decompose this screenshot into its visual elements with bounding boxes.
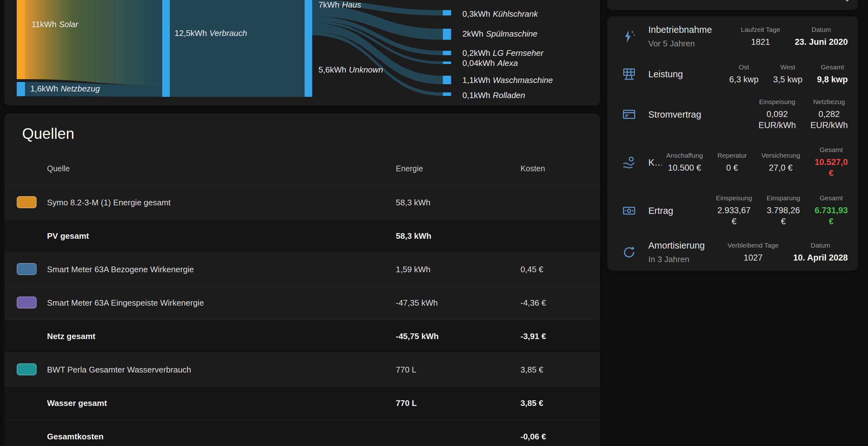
sankey-node-haus[interactable] [305, 0, 312, 54]
row-title: Leistung [648, 69, 725, 79]
flash-sparkle-icon [622, 29, 636, 44]
row-title: Stromvertrag [648, 109, 754, 120]
cost-value: 0,45 € [521, 265, 543, 274]
energy-value: 1,59 kWh [396, 265, 431, 274]
table-row: Smart Meter 63A Bezogene Wirkenergie 1,5… [4, 252, 600, 286]
info-row-inbetriebnahme: Inbetriebnahme Vor 5 Jahren Laufzeit Tag… [607, 16, 858, 57]
stat-column: Einspeisung 2.933,67 € [716, 194, 752, 227]
row-title: Inbetriebnahme [648, 25, 736, 35]
cost-value: -0,06 € [521, 432, 546, 442]
flow-solar-verbrauch [25, 0, 162, 85]
table-row: Smart Meter 63A Eingespeiste Wirkenergie… [4, 286, 600, 319]
stat-column: Gesamt 9,8 kwp [817, 63, 848, 85]
table-row: Symo 8.2-3-M (1) Energie gesamt 58,3 kWh [4, 185, 600, 219]
info-row-amortisierung: Amortisierung In 3 Jahren Verbleibend Ta… [607, 234, 858, 271]
chevron-down-icon[interactable] [843, 0, 851, 4]
row-title: Amortisierung [648, 240, 723, 251]
source-color-swatch [17, 363, 37, 375]
stat-column: Reperatur 0 € [717, 152, 747, 173]
source-name: Wasser gesamt [47, 399, 107, 408]
col-header-energie: Energie [396, 164, 423, 173]
source-name: Netz gesamt [47, 332, 95, 341]
stat-column: Einsparung 3.798,26 € [767, 194, 800, 227]
refresh-arrow-icon [622, 245, 636, 260]
energy-dashboard: 11kWhSolar 1,6kWhNetzbezug 12,5kWhVerbra… [0, 0, 868, 446]
source-name: Gesamtkosten [47, 432, 103, 442]
stat-column: Anschaffung 10.500 € [666, 152, 703, 173]
sankey-chart [4, 0, 600, 106]
stat-column-total: Gesamt 10.527,0 € [815, 146, 848, 179]
col-header-quelle: Quelle [47, 164, 70, 173]
source-name: PV gesamt [47, 231, 89, 241]
info-row-kosten: Kost… Anschaffung 10.500 € Reperatur 0 €… [607, 138, 858, 187]
sankey-node-netzbezug[interactable] [17, 82, 25, 96]
sankey-node-fernseher[interactable] [443, 51, 451, 55]
source-name: Smart Meter 63A Bezogene Wirkenergie [47, 265, 194, 274]
source-name: Smart Meter 63A Eingespeiste Wirkenergie [47, 298, 204, 308]
energy-value: -47,35 kWh [396, 298, 438, 308]
row-title: Kost… [648, 158, 662, 168]
energy-value: 770 L [396, 399, 417, 408]
sankey-node-rolladen[interactable] [443, 93, 451, 96]
stat-column-total: Gesamt 6.731,93 € [815, 194, 848, 227]
energy-value: 58,3 kWh [396, 231, 432, 241]
table-row-total: Wasser gesamt 770 L 3,85 € [4, 386, 600, 419]
stat-column: Verbleibend Tage 1027 [727, 242, 779, 263]
source-color-swatch [17, 196, 37, 208]
source-name: Symo 8.2-3-M (1) Energie gesamt [47, 198, 171, 208]
sankey-node-spuelmaschine[interactable] [443, 29, 451, 40]
sources-card: Quellen Quelle Energie Kosten Symo 8.2-3… [4, 113, 600, 446]
stat-column: Datum 23. Juni 2020 [795, 26, 848, 47]
info-row-stromvertrag: Stromvertrag Einspeisung 0,092 EUR/kWh N… [607, 92, 858, 138]
row-subtitle: Vor 5 Jahren [648, 39, 736, 48]
sankey-node-alexa[interactable] [443, 62, 451, 64]
energy-sankey-card: 11kWhSolar 1,6kWhNetzbezug 12,5kWhVerbra… [4, 0, 600, 106]
sankey-node-verbrauch[interactable] [162, 0, 170, 97]
row-subtitle: In 3 Jahren [648, 254, 723, 264]
cost-value: -3,91 € [521, 332, 546, 341]
stat-column: Versicherung 27,0 € [761, 152, 800, 173]
collapsed-card-bottom [607, 0, 858, 10]
solar-panel-icon [622, 67, 636, 81]
source-color-swatch [17, 297, 37, 308]
row-title: Ertrag [648, 206, 711, 216]
cash-icon [622, 203, 636, 218]
stat-column: Netzbezug 0,282 EUR/kWh [810, 98, 848, 131]
stat-column: Ost 6,3 kwp [729, 63, 758, 85]
sources-table-body: Symo 8.2-3-M (1) Energie gesamt 58,3 kWh… [4, 185, 600, 446]
stat-column: Einspeisung 0,092 EUR/kWh [758, 98, 796, 131]
table-row-total: PV gesamt 58,3 kWh [4, 219, 600, 252]
cost-value: -4,36 € [521, 298, 546, 308]
energy-value: 58,3 kWh [396, 198, 431, 208]
col-header-kosten: Kosten [521, 164, 545, 173]
energy-value: -45,75 kWh [396, 332, 439, 341]
info-row-leistung: Leistung Ost 6,3 kwp West 3,5 kwp Gesamt… [607, 57, 858, 92]
sankey-node-waschmaschine[interactable] [443, 76, 451, 84]
source-name: BWT Perla Gesamter Wasserverbrauch [47, 365, 191, 375]
table-row-total: Gesamtkosten -0,06 € [4, 419, 600, 446]
pv-info-card: Inbetriebnahme Vor 5 Jahren Laufzeit Tag… [607, 16, 858, 271]
stat-column: Laufzeit Tage 1821 [741, 26, 780, 47]
stat-column: Datum 10. April 2028 [793, 242, 848, 263]
sankey-node-kuehlschrank[interactable] [443, 10, 451, 15]
stat-column: West 3,5 kwp [773, 63, 802, 85]
contract-card-icon [622, 107, 636, 122]
sankey-node-unknown[interactable] [305, 54, 312, 97]
cost-value: 3,85 € [521, 365, 543, 375]
sankey-node-solar[interactable] [17, 0, 25, 79]
flow-verbrauch-haus-unknown [170, 0, 305, 97]
energy-value: 770 L [396, 365, 416, 375]
source-color-swatch [17, 263, 37, 275]
sources-title: Quellen [22, 125, 74, 142]
cost-value: 3,85 € [521, 399, 543, 408]
hand-coin-icon [622, 155, 636, 170]
info-row-ertrag: Ertrag Einspeisung 2.933,67 € Einsparung… [607, 187, 858, 234]
table-row-total: Netz gesamt -45,75 kWh -3,91 € [4, 319, 600, 353]
table-row: BWT Perla Gesamter Wasserverbrauch 770 L… [4, 353, 600, 386]
